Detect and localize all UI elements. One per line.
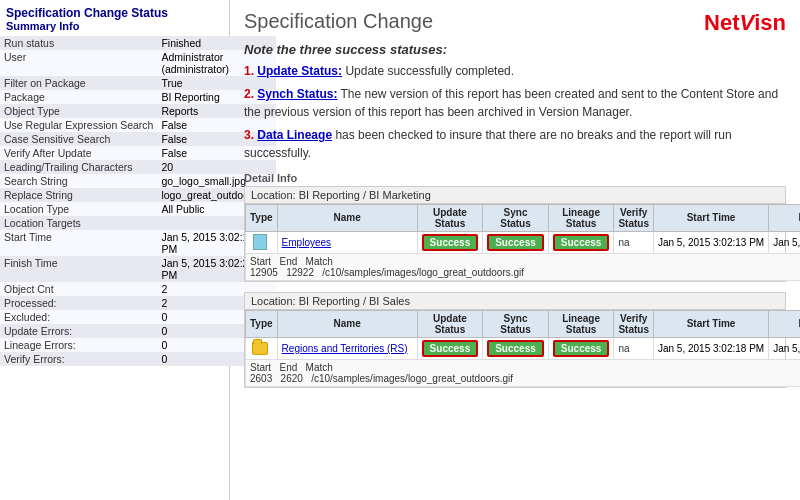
col-finish-time: Jan 5, 2015 3:02:21 PM bbox=[769, 337, 800, 359]
col-header: SyncStatus bbox=[483, 310, 549, 337]
col-start-time: Jan 5, 2015 3:02:18 PM bbox=[653, 337, 768, 359]
summary-label: Run status bbox=[0, 36, 157, 50]
note-item-1: 1. Update Status: Update successfully co… bbox=[244, 63, 786, 80]
location-block-1: Location: BI Reporting / BI MarketingTyp… bbox=[244, 186, 786, 282]
summary-label: Location Type bbox=[0, 202, 157, 216]
match-start-label: Start bbox=[250, 256, 271, 267]
col-finish-time: Jan 5, 2015 3:02:18 PM bbox=[769, 231, 800, 253]
match-end-val: 12922 bbox=[286, 267, 314, 278]
col-header: UpdateStatus bbox=[417, 204, 483, 231]
col-header: Finish Time bbox=[769, 204, 800, 231]
summary-label: Excluded: bbox=[0, 310, 157, 324]
match-path: /c10/samples/images/logo_great_outdoors.… bbox=[322, 267, 524, 278]
summary-label: Start Time bbox=[0, 230, 157, 256]
col-header: Start Time bbox=[653, 204, 768, 231]
match-start-val: 2603 bbox=[250, 373, 272, 384]
panel-subtitle: Summary Info bbox=[0, 20, 229, 34]
col-start-time: Jan 5, 2015 3:02:13 PM bbox=[653, 231, 768, 253]
lineage-status-badge: Success bbox=[553, 234, 610, 251]
col-lineage-status: Success bbox=[548, 231, 614, 253]
item-link[interactable]: Employees bbox=[282, 237, 331, 248]
col-header: Name bbox=[277, 204, 417, 231]
summary-label: Verify Errors: bbox=[0, 352, 157, 366]
lineage-status-badge: Success bbox=[553, 340, 610, 357]
note-number: 1. bbox=[244, 64, 254, 78]
match-row: Start End Match12905 12922 /c10/samples/… bbox=[246, 253, 801, 280]
update-status-badge: Success bbox=[422, 340, 479, 357]
match-row: Start End Match2603 2620 /c10/samples/im… bbox=[246, 359, 801, 386]
location-block-2: Location: BI Reporting / BI SalesTypeNam… bbox=[244, 292, 786, 388]
summary-label: Lineage Errors: bbox=[0, 338, 157, 352]
summary-label: Search String bbox=[0, 174, 157, 188]
note-item-2: 2. Synch Status: The new version of this… bbox=[244, 86, 786, 121]
logo-text1: Net bbox=[704, 10, 739, 35]
logo-text3: isn bbox=[754, 10, 786, 35]
summary-label: User bbox=[0, 50, 157, 76]
col-header: UpdateStatus bbox=[417, 310, 483, 337]
folder-icon bbox=[252, 342, 268, 355]
col-header: Type bbox=[246, 310, 278, 337]
col-verify-status: na bbox=[614, 231, 654, 253]
col-header: LineageStatus bbox=[548, 204, 614, 231]
detail-row: Regions and Territories (RS)SuccessSucce… bbox=[246, 337, 801, 359]
detail-row: EmployeesSuccessSuccessSuccessnaJan 5, 2… bbox=[246, 231, 801, 253]
location-header: Location: BI Reporting / BI Marketing bbox=[245, 187, 785, 204]
col-type bbox=[246, 337, 278, 359]
panel-title: Specification Change Status bbox=[0, 6, 229, 20]
col-name[interactable]: Regions and Territories (RS) bbox=[277, 337, 417, 359]
page-title: Specification Change bbox=[244, 10, 433, 33]
summary-label: Object Cnt bbox=[0, 282, 157, 296]
col-header: VerifyStatus bbox=[614, 310, 654, 337]
col-header: SyncStatus bbox=[483, 204, 549, 231]
col-header: Finish Time bbox=[769, 310, 800, 337]
left-panel: Specification Change Status Summary Info… bbox=[0, 0, 230, 500]
note-keyword: Synch Status: bbox=[257, 87, 337, 101]
verify-status: na bbox=[618, 237, 629, 248]
right-panel: Specification Change NetVisn Note the th… bbox=[230, 0, 800, 500]
match-cell: Start End Match2603 2620 /c10/samples/im… bbox=[246, 359, 801, 386]
summary-label: Case Sensitive Search bbox=[0, 132, 157, 146]
location-header: Location: BI Reporting / BI Sales bbox=[245, 293, 785, 310]
summary-label: Update Errors: bbox=[0, 324, 157, 338]
note-item-3: 3. Data Lineage has been checked to insu… bbox=[244, 127, 786, 162]
match-match-label: Match bbox=[306, 256, 333, 267]
summary-label: Filter on Package bbox=[0, 76, 157, 90]
col-header: Start Time bbox=[653, 310, 768, 337]
update-status-badge: Success bbox=[422, 234, 479, 251]
match-end-label: End bbox=[279, 362, 297, 373]
col-header: VerifyStatus bbox=[614, 204, 654, 231]
note-keyword: Update Status: bbox=[257, 64, 342, 78]
col-lineage-status: Success bbox=[548, 337, 614, 359]
match-match-label: Match bbox=[306, 362, 333, 373]
note-number: 2. bbox=[244, 87, 254, 101]
detail-info-label: Detail Info bbox=[244, 172, 786, 184]
detail-table: TypeNameUpdateStatusSyncStatusLineageSta… bbox=[245, 204, 800, 281]
col-update-status: Success bbox=[417, 231, 483, 253]
match-start-label: Start bbox=[250, 362, 271, 373]
sync-status-badge: Success bbox=[487, 340, 544, 357]
col-header: Type bbox=[246, 204, 278, 231]
note-keyword: Data Lineage bbox=[257, 128, 332, 142]
summary-label: Package bbox=[0, 90, 157, 104]
col-header: LineageStatus bbox=[548, 310, 614, 337]
note-section: Note the three success statuses: 1. Upda… bbox=[244, 42, 786, 162]
summary-label: Object Type bbox=[0, 104, 157, 118]
match-end-label: End bbox=[279, 256, 297, 267]
col-type bbox=[246, 231, 278, 253]
summary-label: Use Regular Expression Search bbox=[0, 118, 157, 132]
header-row: Specification Change NetVisn bbox=[244, 10, 786, 36]
col-update-status: Success bbox=[417, 337, 483, 359]
note-number: 3. bbox=[244, 128, 254, 142]
file-icon bbox=[253, 234, 267, 250]
logo: NetVisn bbox=[704, 10, 786, 36]
match-cell: Start End Match12905 12922 /c10/samples/… bbox=[246, 253, 801, 280]
summary-label: Replace String bbox=[0, 188, 157, 202]
col-verify-status: na bbox=[614, 337, 654, 359]
summary-label: Leading/Trailing Characters bbox=[0, 160, 157, 174]
match-start-val: 12905 bbox=[250, 267, 278, 278]
item-link[interactable]: Regions and Territories (RS) bbox=[282, 343, 408, 354]
col-name[interactable]: Employees bbox=[277, 231, 417, 253]
summary-label: Finish Time bbox=[0, 256, 157, 282]
sync-status-badge: Success bbox=[487, 234, 544, 251]
logo-accent: V bbox=[740, 10, 755, 35]
